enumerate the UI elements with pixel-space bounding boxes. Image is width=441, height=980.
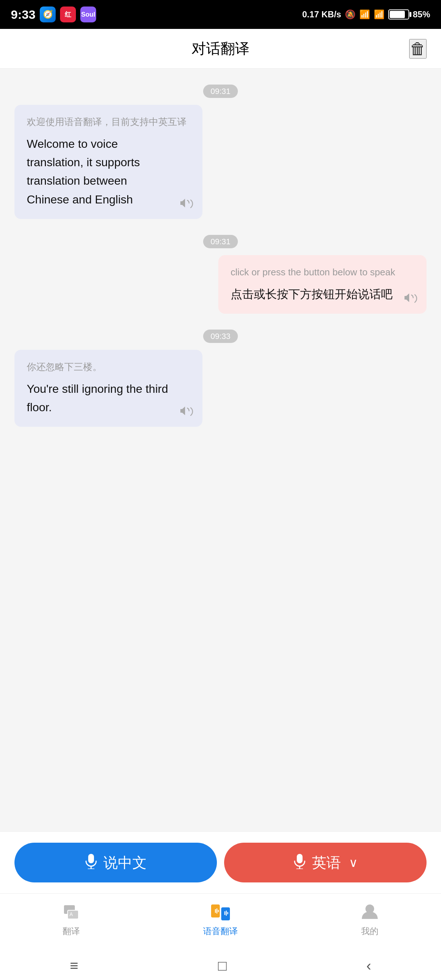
timestamp-3: 09:33 — [203, 332, 237, 341]
message-2-translated: 点击或长按下方按钮开始说话吧 — [231, 285, 414, 304]
mine-nav-icon — [359, 901, 381, 923]
speaker-icon-1[interactable] — [179, 196, 194, 210]
bottom-actions: 说中文 英语 ∨ — [0, 832, 441, 893]
status-time: 9:33 — [11, 8, 35, 22]
microphone-icon-chinese — [84, 853, 97, 872]
header: 对话翻译 🗑 — [0, 29, 441, 68]
message-bubble-1: 欢迎使用语音翻译，目前支持中英互译 Welcome to voice trans… — [14, 105, 202, 219]
safari-app-icon: 🧭 — [40, 6, 56, 22]
wifi-icon: 📶 — [374, 10, 385, 19]
speaker-icon-2[interactable] — [403, 291, 418, 305]
nav-item-voice-translate[interactable]: 语音翻译 — [203, 901, 238, 937]
system-nav-bar: ≡ □ ‹ — [0, 951, 441, 980]
battery-percent: 85% — [413, 10, 430, 19]
timestamp-2: 09:31 — [203, 237, 237, 247]
message-1-translated: Welcome to voice translation, it support… — [27, 135, 190, 209]
back-button[interactable]: ‹ — [366, 958, 371, 974]
bottom-nav: A 翻译 语音翻译 我的 — [0, 893, 441, 951]
voice-translate-nav-icon — [210, 901, 231, 923]
soul-app-icon: Soul — [80, 6, 96, 22]
status-right: 0.17 KB/s 🔕 📶 📶 85% — [302, 10, 430, 19]
svg-rect-3 — [297, 854, 302, 863]
speak-chinese-label: 说中文 — [103, 853, 147, 873]
svg-text:A: A — [70, 912, 73, 917]
signal-mute-icon: 🔕 — [345, 10, 356, 19]
menu-button[interactable]: ≡ — [70, 958, 78, 974]
nav-label-mine: 我的 — [361, 926, 379, 937]
svg-rect-10 — [221, 907, 230, 920]
message-bubble-2: click or press the button below to speak… — [218, 255, 427, 313]
status-bar: 9:33 🧭 红 Soul 0.17 KB/s 🔕 📶 📶 85% — [0, 0, 441, 29]
battery-bar — [388, 10, 409, 19]
chat-area: 09:31 欢迎使用语音翻译，目前支持中英互译 Welcome to voice… — [0, 68, 441, 843]
speak-english-button[interactable]: 英语 ∨ — [224, 843, 427, 883]
translate-nav-icon: A — [60, 901, 82, 923]
timestamp-1: 09:31 — [203, 87, 237, 96]
microphone-icon-english — [293, 853, 306, 872]
message-2-original: click or press the button below to speak — [231, 265, 414, 279]
status-left: 9:33 🧭 红 Soul — [11, 6, 96, 22]
nav-item-translate[interactable]: A 翻译 — [60, 901, 82, 937]
speaker-icon-3[interactable] — [179, 404, 194, 418]
message-1-original: 欢迎使用语音翻译，目前支持中英互译 — [27, 115, 190, 129]
page-title: 对话翻译 — [192, 39, 250, 59]
signal-bars-icon: 📶 — [359, 10, 370, 19]
network-speed: 0.17 KB/s — [302, 10, 341, 19]
svg-rect-0 — [88, 854, 94, 863]
red-app-icon: 红 — [60, 6, 76, 22]
nav-item-mine[interactable]: 我的 — [359, 901, 381, 937]
nav-label-translate: 翻译 — [62, 926, 80, 937]
home-button[interactable]: □ — [218, 958, 227, 974]
nav-label-voice-translate: 语音翻译 — [203, 926, 238, 937]
message-3-original: 你还忽略下三楼。 — [27, 360, 190, 374]
speak-chinese-button[interactable]: 说中文 — [14, 843, 217, 883]
chevron-down-icon: ∨ — [349, 855, 358, 870]
delete-button[interactable]: 🗑 — [409, 39, 427, 59]
message-bubble-3: 你还忽略下三楼。 You're still ignoring the third… — [14, 350, 202, 427]
battery-fill — [390, 11, 405, 18]
message-3-translated: You're still ignoring the third floor. — [27, 380, 190, 417]
speak-english-label: 英语 — [312, 853, 341, 873]
